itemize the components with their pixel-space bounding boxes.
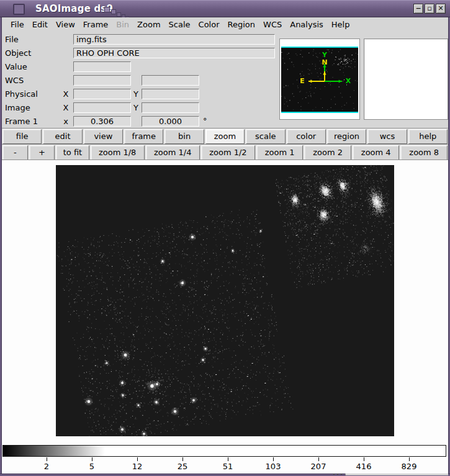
- menu-view[interactable]: View: [56, 20, 75, 32]
- image-y-label: Y: [132, 102, 140, 114]
- maximize-button-icon[interactable]: ▫: [425, 4, 434, 14]
- frame-1-x-label: x: [62, 116, 70, 127]
- colorbar-tick: [318, 457, 319, 461]
- image-value-field[interactable]: [73, 102, 131, 113]
- zoom-button-plus[interactable]: +: [29, 145, 55, 160]
- colorbar-tick: [47, 457, 47, 461]
- menu-scale[interactable]: Scale: [169, 20, 191, 32]
- colorbar-tick: [182, 457, 183, 461]
- info-label-value: Value: [5, 61, 27, 73]
- physical-value2-field[interactable]: [142, 89, 199, 99]
- window-menu-icon[interactable]: [13, 4, 25, 15]
- close-button-icon[interactable]: ✕: [436, 4, 446, 14]
- colorbar-tick: [364, 457, 364, 461]
- panner-canvas[interactable]: [281, 47, 358, 113]
- minimize-button-icon[interactable]: −: [413, 4, 423, 14]
- frame-1-value-field[interactable]: [73, 116, 131, 127]
- file-value-field[interactable]: [73, 34, 275, 45]
- colorbar-tick-label: 2: [44, 462, 49, 471]
- title-bar[interactable]: SAOImage ds9 − ▫ ✕: [0, 0, 450, 17]
- colorbar-tick: [137, 457, 138, 461]
- category-toolbar: fileeditviewframebinzoomscalecolorregion…: [2, 128, 448, 144]
- colorbar-tick-label: 51: [223, 462, 233, 471]
- colorbar-tick: [273, 457, 274, 461]
- info-label-file: File: [5, 34, 19, 45]
- menu-frame[interactable]: Frame: [83, 20, 109, 32]
- zoom-button-to-fit[interactable]: to fit: [56, 145, 89, 160]
- physical-y-label: Y: [132, 89, 140, 100]
- colorbar-tick: [409, 457, 410, 461]
- image-x-label: X: [62, 102, 70, 114]
- rotation-degree-symbol: °: [203, 116, 207, 127]
- zoom-button-zoom-1[interactable]: zoom 1: [256, 145, 304, 160]
- magnifier[interactable]: [364, 38, 448, 120]
- menu-bin: Bin: [116, 20, 129, 32]
- menu-edit[interactable]: Edit: [32, 20, 48, 32]
- info-label-image: Image: [5, 102, 30, 114]
- toolbar-button-color[interactable]: color: [287, 129, 326, 144]
- zoom-button-zoom-1-2[interactable]: zoom 1/2: [201, 145, 255, 160]
- colorbar-tick: [92, 457, 92, 461]
- image-value2-field[interactable]: [142, 102, 199, 113]
- colorbar-tick: [228, 457, 228, 461]
- toolbar-button-file[interactable]: file: [2, 129, 42, 144]
- menu-region[interactable]: Region: [228, 20, 256, 32]
- zoom-button-minus[interactable]: -: [2, 145, 28, 160]
- colorbar-tick-label: 829: [402, 462, 417, 471]
- info-panel: FileObjectValueWCSPhysicalXYImageXYFrame…: [2, 32, 448, 128]
- window-title: SAOImage ds9: [35, 3, 113, 14]
- sky-image-canvas[interactable]: [56, 165, 394, 436]
- colorbar-tick-label: 5: [89, 462, 94, 471]
- zoom-button-zoom-4[interactable]: zoom 4: [353, 145, 400, 160]
- info-label-physical: Physical: [5, 89, 38, 100]
- colorbar-tick-label: 12: [132, 462, 143, 471]
- wcs-value2-field[interactable]: [142, 75, 199, 86]
- colorbar-gradient[interactable]: [2, 445, 446, 457]
- toolbar-button-help[interactable]: help: [408, 129, 448, 144]
- wcs-value-field[interactable]: [73, 75, 131, 86]
- colorbar-tick-label: 25: [178, 462, 188, 471]
- colorbar-tick-label: 103: [266, 462, 281, 471]
- info-label-frame-1: Frame 1: [5, 116, 38, 127]
- colorbar-tick-label: 416: [356, 462, 372, 471]
- toolbar-button-bin[interactable]: bin: [164, 129, 204, 144]
- toolbar-button-edit[interactable]: edit: [43, 129, 82, 144]
- toolbar-button-zoom[interactable]: zoom: [205, 129, 245, 144]
- menu-wcs[interactable]: WCS: [263, 20, 282, 32]
- object-value-field[interactable]: [73, 48, 275, 58]
- menu-bar: FileEditViewFrameBinZoomScaleColorRegion…: [2, 17, 448, 32]
- zoom-toolbar: -+to fitzoom 1/8zoom 1/4zoom 1/2zoom 1zo…: [2, 144, 448, 160]
- toolbar-button-frame[interactable]: frame: [124, 129, 163, 144]
- physical-value-field[interactable]: [73, 89, 131, 99]
- colorbar-ticks: 25122551103207416829: [2, 457, 446, 474]
- toolbar-button-scale[interactable]: scale: [246, 129, 285, 144]
- zoom-button-zoom-1-4[interactable]: zoom 1/4: [146, 145, 200, 160]
- menu-zoom[interactable]: Zoom: [137, 20, 160, 32]
- menu-file[interactable]: File: [11, 20, 24, 32]
- menu-analysis[interactable]: Analysis: [290, 20, 323, 32]
- ds9-window: SAOImage ds9 − ▫ ✕ FileEditViewFrameBinZ…: [0, 0, 450, 476]
- zoom-button-zoom-2[interactable]: zoom 2: [304, 145, 351, 160]
- info-label-wcs: WCS: [5, 75, 24, 86]
- titlebar-decoration: [104, 7, 142, 18]
- image-display-area: 25122551103207416829: [2, 159, 448, 474]
- frame-1-value2-field[interactable]: [142, 116, 199, 127]
- physical-x-label: X: [62, 89, 70, 100]
- info-label-object: Object: [5, 48, 31, 59]
- menu-help[interactable]: Help: [331, 20, 350, 32]
- colorbar-tick-label: 207: [311, 462, 326, 471]
- zoom-button-zoom-8[interactable]: zoom 8: [400, 145, 448, 160]
- menu-color[interactable]: Color: [199, 20, 220, 32]
- toolbar-button-wcs[interactable]: wcs: [367, 129, 407, 144]
- panner[interactable]: [279, 38, 360, 120]
- value-value-field[interactable]: [73, 61, 131, 72]
- zoom-button-zoom-1-8[interactable]: zoom 1/8: [91, 145, 145, 160]
- toolbar-button-view[interactable]: view: [84, 129, 123, 144]
- toolbar-button-region[interactable]: region: [327, 129, 366, 144]
